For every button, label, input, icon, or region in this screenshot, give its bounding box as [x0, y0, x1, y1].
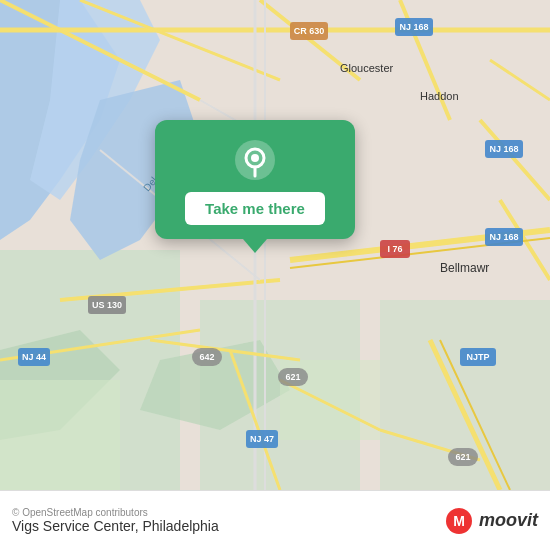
svg-text:NJ 168: NJ 168 [489, 232, 518, 242]
map-svg: NJ 168 NJ 168 NJ 168 CR 630 I 76 US 130 … [0, 0, 550, 490]
map-attribution: © OpenStreetMap contributors [12, 507, 219, 518]
svg-text:NJTP: NJTP [466, 352, 489, 362]
svg-text:642: 642 [199, 352, 214, 362]
svg-text:NJ 44: NJ 44 [22, 352, 46, 362]
place-name-label: Vigs Service Center, Philadelphia [12, 518, 219, 534]
moovit-logo: M moovit [445, 507, 538, 535]
svg-text:Haddon: Haddon [420, 90, 459, 102]
svg-text:NJ 47: NJ 47 [250, 434, 274, 444]
svg-text:621: 621 [455, 452, 470, 462]
svg-rect-9 [0, 380, 120, 490]
svg-text:CR 630: CR 630 [294, 26, 325, 36]
svg-text:621: 621 [285, 372, 300, 382]
location-pin-icon [233, 138, 277, 182]
svg-text:NJ 168: NJ 168 [399, 22, 428, 32]
svg-text:NJ 168: NJ 168 [489, 144, 518, 154]
bottom-bar: © OpenStreetMap contributors Vigs Servic… [0, 490, 550, 550]
map-container: NJ 168 NJ 168 NJ 168 CR 630 I 76 US 130 … [0, 0, 550, 490]
moovit-label: moovit [479, 510, 538, 531]
svg-text:Gloucester: Gloucester [340, 62, 394, 74]
svg-point-63 [251, 154, 259, 162]
take-me-there-button[interactable]: Take me there [185, 192, 325, 225]
svg-text:I 76: I 76 [387, 244, 402, 254]
svg-text:US 130: US 130 [92, 300, 122, 310]
svg-text:M: M [453, 513, 465, 529]
moovit-icon: M [445, 507, 473, 535]
popup-card: Take me there [155, 120, 355, 239]
svg-text:Bellmawr: Bellmawr [440, 261, 489, 275]
bottom-info: © OpenStreetMap contributors Vigs Servic… [12, 507, 219, 534]
